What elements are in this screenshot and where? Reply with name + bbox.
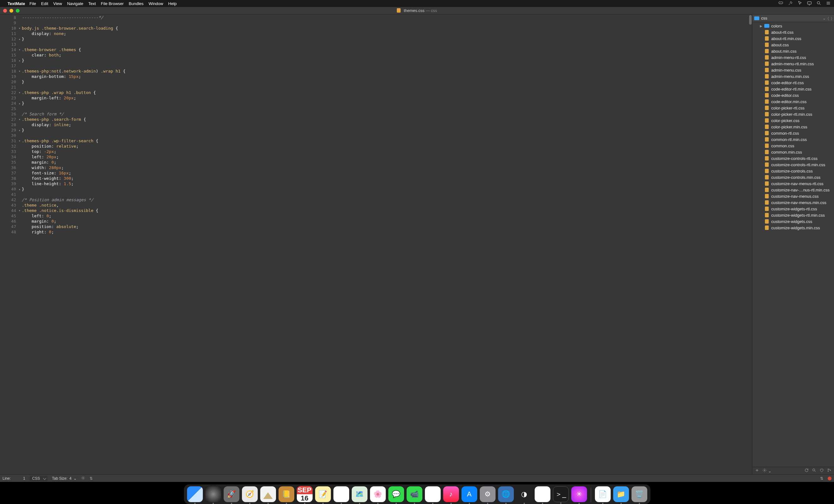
dock-app-dark[interactable]: ◑ <box>517 486 532 502</box>
line-number[interactable]: 28 <box>0 122 17 127</box>
window-titlebar[interactable]: themes.css — css <box>0 7 834 15</box>
code-line[interactable]: clear: both; <box>22 52 749 58</box>
fold-toggle-icon[interactable]: ▴ <box>17 187 21 192</box>
dock-news[interactable]: N <box>425 486 441 502</box>
code-line[interactable]: .theme .notice, <box>22 202 749 208</box>
line-number[interactable]: 36 <box>0 165 17 170</box>
creative-cloud-icon[interactable] <box>778 1 784 7</box>
line-number[interactable]: 33 <box>0 149 17 154</box>
dock-appstore[interactable]: A <box>461 486 477 502</box>
tree-file[interactable]: color-picker.min.css <box>752 124 834 130</box>
tree-file[interactable]: code-editor.css <box>752 92 834 98</box>
tree-file[interactable]: admin-menu.min.css <box>752 73 834 80</box>
line-number[interactable]: 25 <box>0 106 17 111</box>
code-editor[interactable]: 8910▾1112▴1314▾1516▴1718▾19202122▾2324▴2… <box>0 15 752 474</box>
fold-toggle-icon[interactable]: ▴ <box>17 58 21 63</box>
fold-toggle-icon[interactable]: ▾ <box>17 25 21 31</box>
tree-file[interactable]: common-rtl.css <box>752 130 834 136</box>
line-number[interactable]: 8 <box>0 15 17 20</box>
line-number[interactable]: 30 <box>0 133 17 138</box>
fold-toggle-icon[interactable]: ▾ <box>17 90 21 95</box>
language-selector[interactable]: CSS <box>30 476 48 481</box>
bundle-gear-icon[interactable] <box>81 476 85 481</box>
tree-file[interactable]: customize-widgets-rtl.css <box>752 206 834 212</box>
code-line[interactable]: .themes-php:not(.network-admin) .wrap h1… <box>22 68 749 74</box>
code-line[interactable]: margin-bottom: 15px; <box>22 74 749 79</box>
dock-music[interactable]: ♪ <box>443 486 459 502</box>
code-line[interactable]: left: 20px; <box>22 154 749 159</box>
dock-trash[interactable]: 🗑️ <box>632 486 647 502</box>
tree-file[interactable]: about.min.css <box>752 48 834 54</box>
code-line[interactable] <box>22 63 749 68</box>
file-browser-root[interactable]: css <box>761 16 821 21</box>
line-number[interactable]: 31▾ <box>0 138 17 144</box>
code-line[interactable]: body.js .theme-browser.search-loading { <box>22 25 749 31</box>
code-line[interactable]: /* Search form */ <box>22 111 749 117</box>
code-line[interactable] <box>22 85 749 90</box>
tree-file[interactable]: customize-controls-rtl.css <box>752 155 834 161</box>
scrollbar-thumb[interactable] <box>749 15 752 25</box>
menu-help[interactable]: Help <box>168 1 177 6</box>
fold-toggle-icon[interactable]: ▴ <box>17 101 21 106</box>
code-line[interactable]: margin-left: 20px; <box>22 95 749 101</box>
line-number[interactable]: 48 <box>0 229 17 235</box>
tree-file[interactable]: admin-menu.css <box>752 67 834 73</box>
line-number[interactable]: 22▾ <box>0 90 17 95</box>
menu-window[interactable]: Window <box>149 1 163 6</box>
screen-mirror-icon[interactable] <box>807 1 812 7</box>
code-line[interactable]: } <box>22 127 749 133</box>
add-button[interactable] <box>755 468 759 474</box>
tree-file[interactable]: admin-menu-rtl.css <box>752 54 834 61</box>
code-line[interactable]: -------------------------------*/ <box>22 15 749 20</box>
line-number[interactable]: 9 <box>0 20 17 25</box>
dock-recent-document[interactable]: 📄 <box>595 486 611 502</box>
tree-file[interactable]: customize-controls.min.css <box>752 174 834 180</box>
line-number[interactable]: 26 <box>0 111 17 117</box>
line-number[interactable]: 11 <box>0 31 17 36</box>
dock-messages[interactable]: 💬 <box>388 486 404 502</box>
code-line[interactable]: /* Position admin messages */ <box>22 197 749 202</box>
tree-file[interactable]: color-picker.css <box>752 117 834 124</box>
code-line[interactable]: left: 0; <box>22 213 749 219</box>
chevron-down-icon[interactable]: ⌄ <box>73 476 76 481</box>
code-line[interactable]: display: none; <box>22 31 749 36</box>
line-number[interactable]: 44▾ <box>0 208 17 213</box>
dock-finder[interactable] <box>187 486 203 502</box>
line-number[interactable]: 41 <box>0 192 17 197</box>
line-number[interactable]: 45 <box>0 213 17 219</box>
tree-file[interactable]: customize-widgets-rtl.min.css <box>752 212 834 218</box>
line-number[interactable]: 21 <box>0 85 17 90</box>
dock-maps[interactable]: 🗺️ <box>352 486 368 502</box>
code-line[interactable]: line-height: 1.5; <box>22 181 749 187</box>
fold-toggle-icon[interactable]: ▴ <box>17 127 21 133</box>
code-line[interactable] <box>22 192 749 197</box>
app-name[interactable]: TextMate <box>7 1 25 6</box>
dock-notes[interactable]: 📝 <box>315 486 331 502</box>
line-number[interactable]: 42 <box>0 197 17 202</box>
code-line[interactable]: } <box>22 36 749 42</box>
menu-navigate[interactable]: Navigate <box>67 1 83 6</box>
menu-view[interactable]: View <box>53 1 62 6</box>
line-number[interactable]: 39 <box>0 181 17 187</box>
code-line[interactable]: .themes-php .wp-filter-search { <box>22 138 749 144</box>
code-line[interactable]: .theme-browser .themes { <box>22 47 749 52</box>
dock-system-preferences[interactable]: ⚙︎ <box>480 486 496 502</box>
line-number[interactable]: 37 <box>0 170 17 176</box>
line-number[interactable]: 32 <box>0 144 17 149</box>
code-line[interactable]: position: relative; <box>22 144 749 149</box>
tree-file[interactable]: customize-widgets.css <box>752 218 834 224</box>
dock-app-knot[interactable]: ∞ <box>535 486 550 502</box>
tree-folder[interactable]: ▶colors <box>752 23 834 29</box>
gear-icon[interactable]: ⌄ <box>762 468 771 474</box>
code-line[interactable] <box>22 20 749 25</box>
refresh-icon[interactable] <box>804 468 809 474</box>
code-line[interactable]: .theme .notice.is-dismissible { <box>22 208 749 213</box>
tree-file[interactable]: color-picker-rtl.css <box>752 105 834 111</box>
code-line[interactable]: right: 0; <box>22 229 749 235</box>
code-line[interactable]: margin: 0; <box>22 159 749 165</box>
tree-file[interactable]: color-picker-rtl.min.css <box>752 111 834 117</box>
menu-file-browser[interactable]: File Browser <box>101 1 124 6</box>
tree-file[interactable]: about.css <box>752 42 834 48</box>
dock-terminal[interactable]: ＞_ <box>553 486 569 502</box>
code-line[interactable]: font-weight: 300; <box>22 176 749 181</box>
